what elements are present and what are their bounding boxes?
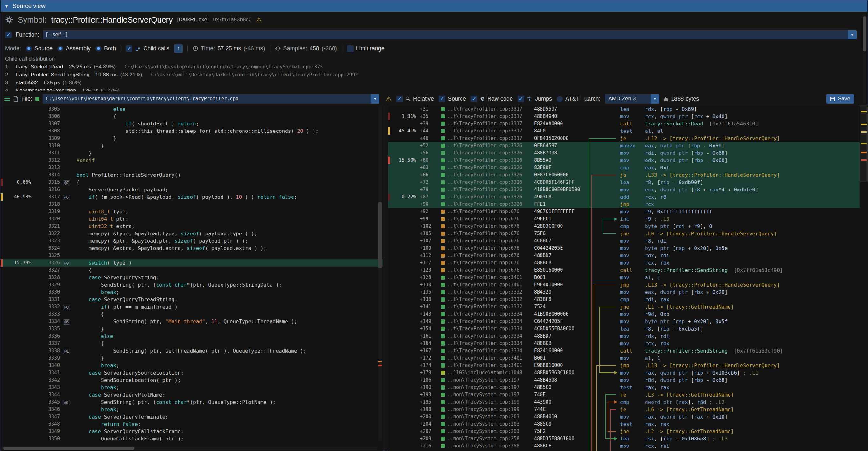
source-line[interactable]: 3328 case ServerQueryString:	[1, 274, 382, 281]
asm-row[interactable]: +56..t\TracyProfiler.cpp:3326488B7D98mov…	[388, 149, 860, 157]
distribution-row[interactable]: 2. tracy::Profiler::SendLongString 19.88…	[5, 71, 854, 79]
source-line[interactable]: 3347 case ServerQueryTerminate:	[1, 413, 382, 420]
asm-row[interactable]: +164..t\TracyProfiler.cpp:3334488BCBmovr…	[388, 340, 860, 347]
asm-row[interactable]: +39..t\TracyProfiler.cpp:3317E824AA0000c…	[388, 120, 860, 127]
source-line[interactable]: 3316 ServerQueryPacket payload;	[1, 186, 382, 193]
window-titlebar[interactable]: ▼ Source view	[1, 0, 867, 12]
asm-row[interactable]: +161..t\TracyProfiler.cpp:3334488BD7movr…	[388, 332, 860, 340]
asm-row[interactable]: +204..mon\TracySystem.cpp:2034885C0testr…	[388, 420, 860, 428]
source-line[interactable]: 3349 case ServerQueryCallstackFrame:	[1, 428, 382, 435]
source-line[interactable]: 3309 }	[1, 135, 382, 142]
source-line[interactable]: 3320 uint64_t ptr;	[1, 215, 382, 222]
asm-row[interactable]: +31..t\TracyProfiler.cpp:3317488D5597lea…	[388, 106, 860, 113]
source-line[interactable]: 3345@1 SendString( ptr, (const char*)ptr…	[1, 398, 382, 406]
distribution-row[interactable]: 3. stat64i32 625 µs (1.36%)	[5, 79, 854, 87]
source-line[interactable]: 3342 SendSourceLocation( ptr );	[1, 377, 382, 384]
source-panel[interactable]: 3305 else3306 {3307 if( shouldExit ) ret…	[1, 105, 382, 451]
asm-row[interactable]: 1.31%+35..t\TracyProfiler.cpp:3317488B49…	[388, 113, 860, 120]
asm-row[interactable]: +72..t\TracyProfiler.cpp:33264C8D05F146F…	[388, 179, 860, 186]
source-line[interactable]: 3348 return false;	[1, 420, 382, 428]
asm-row[interactable]: +105..t\TracyProfiler.hpp:67675F6jne.L0 …	[388, 230, 860, 237]
source-line[interactable]: 3327 {	[1, 267, 382, 274]
asm-row[interactable]: 0.22%+87..t\TracyProfiler.cpp:33264903C8…	[388, 193, 860, 201]
asm-row[interactable]: +172..t\TracyProfiler.cpp:3401B001moval,…	[388, 355, 860, 362]
distribution-row[interactable]: 1. tracy::Socket::Read 25.25 ms (54.89%)…	[5, 63, 854, 71]
source-line[interactable]: 3306 {	[1, 113, 382, 120]
mode-radio-assembly[interactable]: Assembly	[57, 45, 91, 52]
jumps-checkbox[interactable]: Jumps	[518, 95, 552, 102]
window-scrollbar[interactable]	[863, 14, 866, 103]
asm-row[interactable]: +198..mon\TracySystem.cpp:199744Cje.L6 -…	[388, 406, 860, 413]
asm-row[interactable]: +130..t\TracyProfiler.cpp:3401E9E4010000…	[388, 281, 860, 289]
asm-row[interactable]: +138..t\TracyProfiler.cpp:3332483BF8cmpr…	[388, 296, 860, 303]
asm-row[interactable]: +109..t\TracyProfiler.hpp:676C64424205Em…	[388, 245, 860, 252]
collapse-arrow-icon[interactable]: ▼	[4, 4, 9, 9]
asm-row[interactable]: +154..t\TracyProfiler.cpp:33344C8D055FBA…	[388, 325, 860, 332]
att-radio[interactable]: AT&T	[557, 95, 580, 102]
asm-row[interactable]: +46..t\TracyProfiler.cpp:33170F843502000…	[388, 135, 860, 142]
asm-row[interactable]: +99..t\TracyProfiler.hpp:67649FFC1incr9 …	[388, 215, 860, 222]
asm-row[interactable]: +216..mon\TracySystem.cpp:258488BCEmovrc…	[388, 442, 860, 450]
relative-checkbox[interactable]: Relative	[396, 95, 434, 102]
source-vertical-scrollbar[interactable]	[378, 106, 382, 441]
source-line[interactable]: 3321 uint32_t extra;	[1, 222, 382, 230]
asm-row[interactable]: +141..t\TracyProfiler.cpp:33327524jne.L1…	[388, 303, 860, 310]
asm-row[interactable]: +190..mon\TracySystem.cpp:1974885C0testr…	[388, 384, 860, 391]
source-line[interactable]: 3341 case ServerQuerySourceLocation:	[1, 369, 382, 377]
source-line[interactable]: 3334@6 SendString( ptr, "Main thread", 1…	[1, 318, 382, 325]
source-line[interactable]: 0.66%3315@7{	[1, 179, 382, 186]
source-line[interactable]: 3305 else	[1, 106, 382, 113]
source-line[interactable]: 3333 {	[1, 310, 382, 318]
source-horizontal-scrollbar[interactable]	[1, 446, 377, 450]
scrollbar-handle[interactable]	[3, 447, 134, 450]
function-combo[interactable]: [ - self - ] ▼	[43, 30, 857, 39]
source-line[interactable]: 3311 }	[1, 149, 382, 157]
source-line[interactable]: 3329 SendString( ptr, (const char*)ptr, …	[1, 281, 382, 289]
asm-row[interactable]: +112..t\TracyProfiler.hpp:676488BD7movrd…	[388, 252, 860, 259]
source-line[interactable]: 3308 std::this_thread::sleep_for( std::c…	[1, 127, 382, 135]
asm-row[interactable]: +149..t\TracyProfiler.cpp:3334C64424205F…	[388, 318, 860, 325]
source-line[interactable]: 3314bool Profiler::HandleServerQuery()	[1, 171, 382, 179]
asm-row[interactable]: +90..t\TracyProfiler.cpp:3326FFE1jmprcx	[388, 201, 860, 208]
asm-row[interactable]: +79..t\TracyProfiler.cpp:3326418B8C80E0B…	[388, 186, 860, 193]
asm-row[interactable]: +143..t\TracyProfiler.cpp:333441B90B0000…	[388, 310, 860, 318]
source-line[interactable]: 3346 break;	[1, 406, 382, 413]
asm-row[interactable]: 15.50%+60..t\TracyProfiler.cpp:33268B55A…	[388, 157, 860, 164]
mode-radio-source[interactable]: Source	[26, 45, 53, 52]
source-line[interactable]: 3331 case ServerQueryThreadString:	[1, 296, 382, 303]
source-line[interactable]: 3339 }	[1, 355, 382, 362]
source-line[interactable]: 3307 if( shouldExit ) return;	[1, 120, 382, 127]
file-combo[interactable]: C:\Users\wolf\Desktop\darkrl\contrib\tra…	[43, 94, 379, 103]
raw-code-checkbox[interactable]: Raw code	[471, 95, 513, 102]
propagate-up-button[interactable]: ↑	[174, 44, 183, 53]
child-calls-checkbox[interactable]: Child calls	[126, 45, 169, 52]
asm-row[interactable]: +66..t\TracyProfiler.cpp:33260F87CE06000…	[388, 171, 860, 179]
source-line[interactable]: 3337 {	[1, 340, 382, 347]
file-list-icon[interactable]	[4, 96, 10, 101]
source-line[interactable]: 3338@1 SendString( ptr, GetThreadName( p…	[1, 347, 382, 355]
function-checkbox[interactable]	[5, 32, 12, 38]
source-line[interactable]: 15.79%3326@9 switch( type )	[1, 259, 382, 267]
source-line[interactable]: 3336 else	[1, 332, 382, 340]
asm-row[interactable]: +63..t\TracyProfiler.cpp:332683F80Fcmpea…	[388, 164, 860, 171]
source-line[interactable]: 3325	[1, 252, 382, 259]
asm-row[interactable]: +179..1103\include\atomic:1048488B05B63C…	[388, 369, 860, 377]
asm-row[interactable]: +186..mon\TracySystem.cpp:197448B4598mov…	[388, 377, 860, 384]
source-checkbox[interactable]: Source	[439, 95, 466, 102]
asm-row[interactable]: +207..mon\TracySystem.cpp:20375F2jne.L2 …	[388, 428, 860, 435]
asm-row[interactable]: +52..t\TracyProfiler.cpp:33260FB64597mov…	[388, 142, 860, 149]
source-line[interactable]: 3310 }	[1, 142, 382, 149]
asm-row[interactable]: +117..t\TracyProfiler.hpp:676488BCBmovrc…	[388, 259, 860, 267]
distribution-row[interactable]: 4. KeSynchronizeExecution 125 µs (0.27%)	[5, 87, 854, 91]
source-line[interactable]: 46.93%3317@5 if( !m_sock->Read( &payload…	[1, 193, 382, 201]
source-line[interactable]: 3312#endif	[1, 157, 382, 164]
asm-row[interactable]: +167..t\TracyProfiler.cpp:3334E824160000…	[388, 347, 860, 355]
source-line[interactable]: 3323 memcpy( &ptr, &payload.ptr, sizeof(…	[1, 237, 382, 245]
asm-row[interactable]: +193..mon\TracySystem.cpp:197740Eje.L3 -…	[388, 391, 860, 398]
source-line[interactable]: 3330 break;	[1, 289, 382, 296]
asm-row[interactable]: 45.41%+44..t\TracyProfiler.cpp:331784C0t…	[388, 127, 860, 135]
asm-row[interactable]: +209..mon\TracySystem.cpp:258488D35E8861…	[388, 435, 860, 442]
source-line[interactable]: 3335 }	[1, 325, 382, 332]
asm-row[interactable]: +92..t\TracyProfiler.hpp:67649C7C1FFFFFF…	[388, 208, 860, 215]
asm-row[interactable]: +128..t\TracyProfiler.cpp:3401B001moval,…	[388, 274, 860, 281]
